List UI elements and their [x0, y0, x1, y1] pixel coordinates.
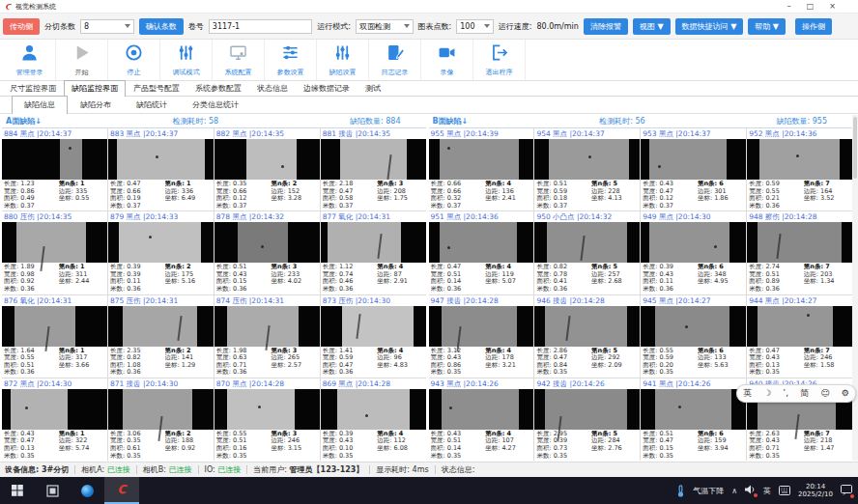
ime-emoji-icon[interactable]: ☺	[820, 385, 829, 402]
defect-cell-874[interactable]: 874 压伤 |20:14:31长度: 1.98宽度: 0.63面积: 0.71…	[214, 295, 320, 378]
stat-margin: 边距: 284	[591, 437, 638, 445]
defect-cell-882[interactable]: 882 黑点 |20:14:35长度: 0.35宽度: 0.66面积: 0.12…	[214, 128, 320, 210]
volume-icon[interactable]	[745, 485, 756, 496]
stat-area: 面积: 0.20	[643, 362, 698, 370]
slit-count-select[interactable]: 8	[80, 19, 134, 34]
scrollbar-thumb[interactable]	[853, 117, 857, 179]
defect-cell-948[interactable]: 948 擦伤 |20:14:28长度: 2.74宽度: 0.51面积: 0.89…	[747, 211, 852, 294]
stat-margin: 边距: 112	[377, 437, 423, 445]
defect-panels: A面缺陷↓检测耗时: 58缺陷数量: 884884 黑点 |20:14:37长度…	[2, 115, 852, 461]
defect-cell-953[interactable]: 953 黑点 |20:14:37长度: 0.43宽度: 0.47面积: 0.12…	[641, 128, 746, 210]
action-start[interactable]: 开始	[56, 40, 108, 80]
defect-cell-946[interactable]: 946 接齿 |20:14:28长度: 2.86宽度: 0.47面积: 0.84…	[534, 295, 640, 378]
tab-edge-data-record[interactable]: 边缘数据记录	[296, 80, 358, 96]
defect-cell-881[interactable]: 881 接齿 |20:14:35长度: 2.18宽度: 0.47面积: 0.58…	[321, 128, 426, 210]
action-video-record[interactable]: 录像	[421, 40, 473, 80]
grid-scrollbar[interactable]	[852, 115, 858, 461]
subtab-class-info-stats[interactable]: 分类信息统计	[180, 96, 251, 113]
defect-cell-951[interactable]: 951 黑点 |20:14:36长度: 0.47宽度: 0.51面积: 0.14…	[429, 211, 534, 294]
stat-coordinate: 坐标: 5.07	[485, 278, 531, 286]
subtab-defect-distribution[interactable]: 缺陷分布	[68, 96, 124, 113]
defect-cell-952[interactable]: 952 黑点 |20:14:36长度: 0.59宽度: 0.55面积: 0.21…	[747, 128, 852, 210]
help-menu-button[interactable]: 帮助 ▼	[748, 18, 786, 35]
tray-expand-icon[interactable]: ∧	[731, 487, 737, 495]
defect-image	[108, 389, 214, 430]
app-taskbar-button[interactable]: C	[104, 477, 139, 504]
window-title: 视觉检测系统	[15, 2, 56, 12]
defect-cell-869[interactable]: 869 黑点 |20:14:28长度: 0.39宽度: 0.43面积: 0.10…	[321, 378, 426, 461]
stat-width: 宽度: 0.59	[323, 354, 378, 362]
confirm-count-button[interactable]: 确认条数	[139, 18, 184, 35]
defect-cell-877[interactable]: 877 氧化 |20:14:31长度: 1.12宽度: 0.74面积: 0.46…	[321, 211, 426, 294]
defect-cell-876[interactable]: 876 氧化 |20:14:31长度: 1.64宽度: 0.55面积: 0.51…	[2, 295, 107, 378]
quick-access-menu-button[interactable]: 数据快捷访问 ▼	[675, 18, 744, 35]
ime-halfmoon-icon[interactable]: ☽	[763, 385, 771, 402]
tab-system-param-config[interactable]: 系统参数配置	[187, 80, 249, 96]
defect-cell-944[interactable]: 944 黑点 |20:14:27长度: 0.47宽度: 0.43面积: 0.13…	[747, 295, 852, 378]
defect-cell-942[interactable]: 942 接齿 |20:14:26长度: 2.95宽度: 0.39面积: 0.73…	[534, 378, 640, 461]
ime-simplified-toggle[interactable]: 简	[800, 385, 809, 402]
tab-status-info[interactable]: 状态信息	[249, 80, 296, 96]
panel-title[interactable]: B面缺陷↓	[433, 116, 469, 126]
roll-number-input[interactable]: 3117-1	[209, 19, 312, 34]
defect-cell-878[interactable]: 878 黑点 |20:14:32长度: 0.51宽度: 0.43面积: 0.15…	[214, 211, 320, 294]
action-admin-login[interactable]: 管理登录	[4, 40, 56, 80]
start-button[interactable]	[0, 477, 35, 504]
camera-a-status: 已连接	[107, 465, 130, 474]
cell-header: 943 黑点 |20:14:26	[429, 378, 534, 389]
drive-side-button[interactable]: 传动侧	[3, 18, 40, 35]
minimize-icon[interactable]: –	[787, 3, 791, 11]
defect-cell-941[interactable]: 941 黑点 |20:14:26长度: 0.51宽度: 0.47面积: 0.15…	[641, 378, 746, 461]
action-defect-settings[interactable]: 缺陷设置	[317, 40, 369, 80]
notification-icon[interactable]	[841, 485, 852, 497]
defect-cell-880[interactable]: 880 压伤 |20:14:35长度: 1.89宽度: 0.98面积: 0.92…	[2, 211, 107, 294]
defect-cell-884[interactable]: 884 黑点 |20:14:37长度: 1.23宽度: 0.86面积: 0.49…	[2, 128, 107, 210]
ime-lang-toggle[interactable]: 英	[743, 385, 752, 402]
keyboard-icon[interactable]	[779, 486, 790, 495]
defect-cell-875[interactable]: 875 压伤 |20:14:31长度: 2.35宽度: 0.82面积: 1.08…	[108, 295, 214, 378]
defect-stats: 长度: 0.39宽度: 0.39面积: 0.11米数: 0.36第n条: 2边距…	[108, 263, 214, 294]
browser-button[interactable]	[70, 477, 104, 504]
action-debug-mode[interactable]: 调试模式	[160, 40, 213, 80]
chart-points-select[interactable]: 100	[456, 19, 494, 34]
defect-cell-879[interactable]: 879 黑点 |20:14:33长度: 0.39宽度: 0.39面积: 0.11…	[108, 211, 214, 294]
defect-cell-947[interactable]: 947 接齿 |20:14:28长度: 3.12宽度: 0.43面积: 0.86…	[429, 295, 534, 378]
view-menu-button[interactable]: 视图 ▼	[633, 18, 671, 35]
weather-ticker[interactable]: 气温下降	[693, 486, 724, 496]
defect-cell-943[interactable]: 943 黑点 |20:14:26长度: 0.43宽度: 0.51面积: 0.14…	[429, 378, 534, 461]
defect-cell-871[interactable]: 871 接齿 |20:14:30长度: 3.06宽度: 0.35面积: 0.61…	[108, 378, 214, 461]
clear-alarm-button[interactable]: 清除报警	[584, 18, 628, 35]
stat-length: 长度: 2.95	[536, 431, 591, 438]
operator-side-button[interactable]: 操作侧	[795, 18, 832, 35]
defect-cell-945[interactable]: 945 黑点 |20:14:27长度: 0.55宽度: 0.59面积: 0.20…	[641, 295, 746, 378]
subtab-defect-info[interactable]: 缺陷信息	[12, 96, 68, 114]
run-mode-select[interactable]: 双面检测	[356, 19, 414, 34]
defect-cell-873[interactable]: 873 压伤 |20:14:30长度: 1.41宽度: 0.59面积: 0.47…	[321, 295, 426, 378]
tab-size-monitor[interactable]: 尺寸监控界面	[2, 80, 64, 96]
defect-image	[321, 389, 426, 430]
action-system-config[interactable]: 系统配置	[213, 40, 265, 80]
taskbar-clock[interactable]: 20:14 2025/2/10	[798, 483, 833, 499]
action-stop[interactable]: 停止	[108, 40, 160, 80]
language-indicator[interactable]: 英	[763, 486, 771, 496]
maximize-icon[interactable]: □	[807, 3, 815, 11]
ime-settings-gear-icon[interactable]: ⚙	[842, 385, 849, 402]
defect-cell-949[interactable]: 949 黑点 |20:14:30长度: 0.39宽度: 0.43面积: 0.11…	[641, 211, 746, 294]
action-exit-program[interactable]: 退出程序	[473, 40, 526, 80]
defect-cell-872[interactable]: 872 黑点 |20:14:30长度: 0.43宽度: 0.47面积: 0.13…	[2, 378, 107, 461]
action-param-settings[interactable]: 参数设置	[265, 40, 317, 80]
subtab-defect-stats[interactable]: 缺陷统计	[124, 96, 180, 113]
close-icon[interactable]: ×	[829, 3, 836, 11]
tab-test[interactable]: 测试	[358, 80, 388, 96]
defect-cell-883[interactable]: 883 黑点 |20:14:37长度: 0.47宽度: 0.66面积: 0.19…	[108, 128, 214, 210]
defect-cell-950[interactable]: 950 小凸点 |20:14:32长度: 0.82宽度: 0.78面积: 0.4…	[534, 211, 640, 294]
panel-title[interactable]: A面缺陷↓	[6, 116, 42, 126]
tab-defect-monitor[interactable]: 缺陷监控界面	[64, 80, 126, 97]
task-view-button[interactable]	[35, 477, 70, 504]
tab-product-model-config[interactable]: 产品型号配置	[126, 80, 187, 96]
defect-cell-955[interactable]: 955 黑点 |20:14:39长度: 0.66宽度: 0.66面积: 0.32…	[429, 128, 534, 210]
action-log-record[interactable]: 日志记录	[369, 40, 421, 80]
defect-cell-954[interactable]: 954 黑点 |20:14:37长度: 0.51宽度: 0.59面积: 0.18…	[534, 128, 640, 210]
defect-cell-870[interactable]: 870 黑点 |20:14:28长度: 0.55宽度: 0.51面积: 0.16…	[214, 378, 320, 461]
ime-punctuation-toggle[interactable]: ’,	[783, 385, 788, 402]
